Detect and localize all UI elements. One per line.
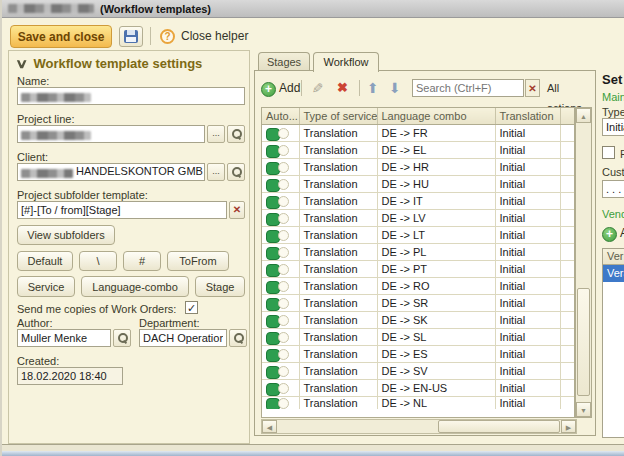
service-cell: Translation — [299, 243, 377, 260]
auto-toggle[interactable] — [266, 264, 288, 275]
column-header-translation[interactable]: Translation — [495, 108, 560, 124]
type-input[interactable] — [602, 118, 624, 136]
department-input[interactable] — [139, 329, 227, 347]
window-edge — [2, 451, 624, 456]
p-checkbox[interactable] — [602, 146, 615, 159]
language-combo-cell: DE -> HU — [377, 175, 495, 192]
client-search-button[interactable] — [227, 163, 245, 181]
move-up-button[interactable]: ⬆ — [367, 78, 379, 98]
subfolder-template-input[interactable] — [17, 201, 227, 219]
move-down-button[interactable]: ⬇ — [389, 78, 401, 98]
delete-button[interactable]: ✖ — [337, 78, 348, 98]
token-button-backslash[interactable]: \ — [79, 251, 117, 271]
client-input[interactable]: HANDELSKONTOR GMB — [17, 163, 205, 181]
token-button-tofrom[interactable]: ToFrom — [167, 251, 229, 271]
save-and-close-button[interactable]: Save and close — [10, 25, 112, 48]
table-row[interactable]: TranslationDE -> SLInitial — [262, 328, 574, 345]
token-button-default[interactable]: Default — [17, 251, 73, 271]
name-input[interactable] — [17, 87, 245, 105]
vertical-scrollbar[interactable]: ▲ ▼ — [575, 107, 592, 418]
auto-toggle[interactable] — [266, 315, 288, 326]
view-subfolders-button[interactable]: View subfolders — [17, 225, 115, 245]
translation-cell: Initial — [495, 379, 560, 396]
close-helper-link[interactable]: Close helper — [181, 27, 248, 45]
scroll-right-button[interactable]: ▶ — [561, 420, 576, 433]
table-row[interactable]: TranslationDE -> HRInitial — [262, 158, 574, 175]
column-header-auto[interactable]: Auto... — [262, 108, 299, 124]
auto-toggle[interactable] — [266, 366, 288, 377]
tab-workflow[interactable]: Workflow — [313, 52, 379, 72]
project-line-input[interactable] — [17, 125, 205, 143]
service-cell: Translation — [299, 192, 377, 209]
tab-stages[interactable]: Stages — [258, 52, 310, 71]
work-orders-checkbox[interactable]: ✓ — [185, 301, 198, 314]
auto-toggle[interactable] — [266, 349, 288, 360]
project-line-search-button[interactable] — [227, 125, 245, 143]
column-header-type-of-service[interactable]: Type of service — [299, 108, 377, 124]
settings-heading[interactable]: ∨Workflow template settings — [17, 56, 202, 71]
table-row[interactable]: TranslationDE -> SKInitial — [262, 311, 574, 328]
floppy-disk-icon — [124, 30, 138, 43]
save-button[interactable] — [119, 26, 143, 47]
auto-toggle[interactable] — [266, 398, 288, 409]
auto-toggle[interactable] — [266, 247, 288, 258]
author-search-button[interactable] — [113, 329, 131, 347]
auto-toggle[interactable] — [266, 179, 288, 190]
table-row[interactable]: TranslationDE -> EN-USInitial — [262, 379, 574, 396]
table-row[interactable]: TranslationDE -> HUInitial — [262, 175, 574, 192]
add-button[interactable]: + Add — [261, 78, 300, 98]
search-clear-button[interactable]: ✕ — [525, 79, 540, 97]
auto-toggle[interactable] — [266, 281, 288, 292]
auto-toggle[interactable] — [266, 213, 288, 224]
table-row[interactable]: TranslationDE -> SVInitial — [262, 362, 574, 379]
table-row[interactable]: TranslationDE -> PTInitial — [262, 260, 574, 277]
auto-toggle[interactable] — [266, 332, 288, 343]
token-button-service[interactable]: Service — [17, 276, 75, 297]
auto-cell — [262, 277, 299, 294]
author-input[interactable] — [17, 329, 111, 347]
vertical-scroll-thumb[interactable] — [577, 288, 590, 396]
token-button-language-combo[interactable]: Language-combo — [81, 276, 189, 297]
auto-toggle[interactable] — [266, 145, 288, 156]
token-button-hash[interactable]: # — [123, 251, 161, 271]
edit-button[interactable]: ✎ — [311, 78, 323, 98]
subfolder-clear-button[interactable]: ✕ — [229, 201, 245, 219]
department-search-button[interactable] — [229, 329, 247, 347]
translation-cell: Initial — [495, 396, 560, 409]
table-row[interactable]: TranslationDE -> ELInitial — [262, 141, 574, 158]
client-browse-button[interactable]: ... — [207, 163, 225, 181]
token-button-stage[interactable]: Stage — [195, 276, 245, 297]
scroll-left-button[interactable]: ◀ — [262, 420, 277, 433]
auto-toggle[interactable] — [266, 298, 288, 309]
vendor-list-header[interactable]: Ver — [603, 249, 624, 265]
table-row[interactable]: TranslationDE -> PLInitial — [262, 243, 574, 260]
table-row[interactable]: TranslationDE -> ROInitial — [262, 277, 574, 294]
vendor-list-selected-row[interactable]: Vera — [603, 265, 624, 282]
table-row[interactable]: TranslationDE -> FRInitial — [262, 124, 574, 141]
scroll-down-button[interactable]: ▼ — [576, 402, 591, 417]
horizontal-scrollbar[interactable]: ◀ ▶ — [261, 419, 577, 434]
auto-toggle[interactable] — [266, 162, 288, 173]
auto-toggle[interactable] — [266, 383, 288, 394]
project-line-browse-button[interactable]: ... — [207, 125, 225, 143]
auto-toggle[interactable] — [266, 230, 288, 241]
search-input[interactable] — [412, 79, 524, 97]
help-icon[interactable]: ? — [160, 29, 175, 44]
customer-input[interactable] — [602, 180, 624, 198]
table-row[interactable]: TranslationDE -> NLInitial — [262, 396, 574, 409]
table-row[interactable]: TranslationDE -> LVInitial — [262, 209, 574, 226]
all-actions-dropdown[interactable]: All actions ▾ — [547, 78, 593, 98]
add-vendor-button[interactable]: + A — [602, 226, 624, 242]
table-row[interactable]: TranslationDE -> ESInitial — [262, 345, 574, 362]
horizontal-scroll-thumb[interactable] — [438, 420, 560, 433]
column-header-language-combo[interactable]: Language combo — [377, 108, 495, 124]
table-row[interactable]: TranslationDE -> SRInitial — [262, 294, 574, 311]
auto-toggle[interactable] — [266, 128, 288, 139]
auto-toggle[interactable] — [266, 196, 288, 207]
filler-cell — [560, 226, 574, 243]
table-row[interactable]: TranslationDE -> ITInitial — [262, 192, 574, 209]
service-cell: Translation — [299, 141, 377, 158]
table-row[interactable]: TranslationDE -> LTInitial — [262, 226, 574, 243]
p-checkbox-label: P — [620, 148, 624, 160]
scroll-up-button[interactable]: ▲ — [576, 108, 591, 123]
